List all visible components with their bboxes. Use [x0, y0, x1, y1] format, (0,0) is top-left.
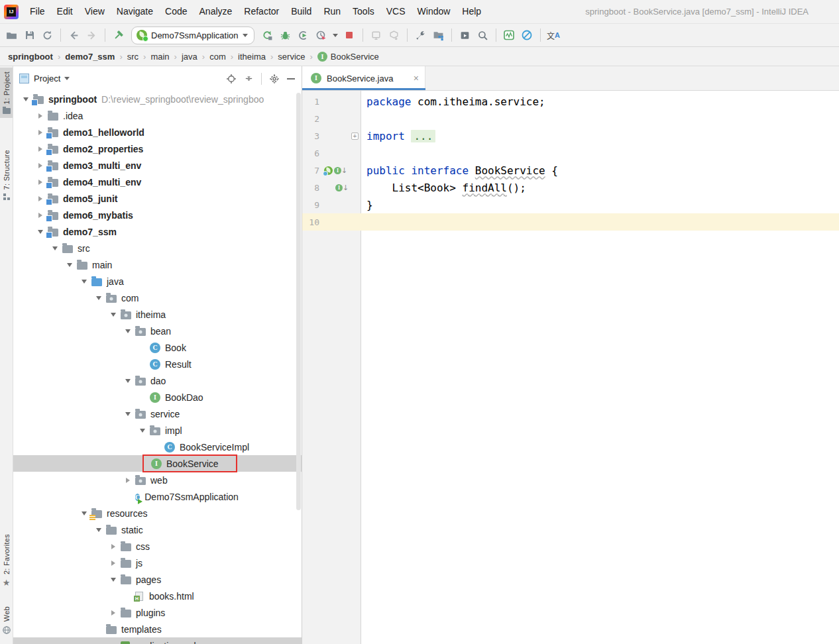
tree-item-web[interactable]: web	[13, 472, 302, 488]
stripe-button-structure[interactable]: 7: Structure	[0, 146, 13, 205]
menu-run[interactable]: Run	[317, 0, 347, 23]
tree-item-pages[interactable]: pages	[13, 571, 302, 588]
run-configuration-select[interactable]: Demo7SsmApplication	[131, 27, 254, 44]
fold-marker-icon[interactable]: +	[351, 133, 359, 140]
chevron-down-icon[interactable]	[48, 246, 62, 250]
menu-file[interactable]: File	[24, 0, 51, 23]
tree-item-com[interactable]: com	[13, 290, 302, 306]
chevron-right-icon[interactable]	[106, 544, 121, 549]
tree-item-templates[interactable]: templates	[13, 621, 302, 637]
gutter[interactable]: 2	[302, 110, 361, 127]
gutter[interactable]: 7I↓	[302, 162, 361, 179]
tree-item-resources[interactable]: resources	[13, 505, 302, 521]
menu-code[interactable]: Code	[159, 0, 193, 23]
chevron-down-icon[interactable]	[64, 77, 70, 80]
project-structure-icon[interactable]	[429, 27, 447, 44]
search-everywhere-icon[interactable]	[474, 27, 492, 44]
stripe-button-favorites[interactable]: 2: Favorites ★	[0, 530, 13, 591]
tree-item-js[interactable]: js	[13, 555, 302, 571]
gutter[interactable]: 8I↓	[302, 179, 361, 196]
tree-item-result[interactable]: CResult	[13, 356, 302, 372]
tree-item-bean[interactable]: bean	[13, 323, 302, 339]
spring-bean-icon[interactable]	[324, 166, 333, 175]
chevron-down-icon[interactable]	[91, 528, 106, 532]
menu-analyze[interactable]: Analyze	[194, 0, 239, 23]
tree-item-demo1-helloworld[interactable]: demo1_helloworld	[13, 124, 302, 140]
code-line-8[interactable]: 8I↓ List<Book> findAll();	[302, 179, 839, 196]
chevron-right-icon[interactable]	[106, 561, 121, 566]
menu-edit[interactable]: Edit	[51, 0, 79, 23]
chevron-down-icon[interactable]	[62, 263, 77, 267]
implemented-icon[interactable]: I↓	[335, 184, 349, 191]
code-line-9[interactable]: 9}	[302, 196, 839, 213]
breadcrumb-itheima[interactable]: itheima	[237, 52, 267, 62]
monitor-icon[interactable]	[500, 27, 518, 44]
tree-item-java[interactable]: java	[13, 273, 302, 290]
tree-item-bookservice[interactable]: IBookService	[13, 455, 302, 472]
code-line-2[interactable]: 2	[302, 110, 839, 127]
code-area[interactable]: 1package com.itheima.service;23+import .…	[302, 91, 839, 644]
menu-help[interactable]: Help	[456, 0, 487, 23]
gutter[interactable]: 1	[302, 93, 361, 110]
menu-refactor[interactable]: Refactor	[238, 0, 285, 23]
no-inspection-icon[interactable]	[518, 27, 536, 44]
menu-tools[interactable]: Tools	[347, 0, 380, 23]
gutter[interactable]: 6	[302, 144, 361, 162]
tree-item-plugins[interactable]: plugins	[13, 604, 302, 621]
stripe-button-project[interactable]: 1: Project	[0, 68, 13, 118]
chevron-down-icon[interactable]	[77, 280, 91, 284]
menu-window[interactable]: Window	[412, 0, 457, 23]
tree-item-demo7ssmapplication[interactable]: CDemo7SsmApplication	[13, 488, 302, 505]
tab-bookservice-java[interactable]: I BookService.java ×	[302, 66, 425, 90]
chevron-down-icon[interactable]	[91, 296, 106, 300]
collapse-all-icon[interactable]	[244, 74, 254, 83]
menu-build[interactable]: Build	[285, 0, 317, 23]
tree-item-application-yml[interactable]: application.yml	[13, 637, 302, 644]
chevron-right-icon[interactable]	[106, 610, 121, 616]
tree-item-demo3-multi-env[interactable]: demo3_multi_env	[13, 157, 302, 174]
tree-item-src[interactable]: src	[13, 240, 302, 256]
settings-gear-icon[interactable]	[269, 74, 280, 84]
breadcrumb-java[interactable]: java	[180, 52, 199, 62]
tree-item-demo2-properties[interactable]: demo2_properties	[13, 140, 302, 157]
build-hammer-icon[interactable]	[109, 27, 127, 44]
breadcrumb-springboot[interactable]: springboot	[7, 52, 54, 62]
project-panel-title[interactable]: Project	[34, 74, 60, 83]
tree-item-impl[interactable]: impl	[13, 422, 302, 439]
tree-item-main[interactable]: main	[13, 256, 302, 273]
gutter[interactable]: 9	[302, 196, 361, 213]
wrench-icon[interactable]	[412, 27, 429, 44]
chevron-down-icon[interactable]	[106, 578, 121, 582]
breadcrumb-src[interactable]: src	[126, 52, 140, 62]
gutter[interactable]: 3+	[302, 127, 361, 144]
close-icon[interactable]: ×	[414, 74, 419, 83]
stop-icon[interactable]	[341, 27, 359, 44]
chevron-right-icon[interactable]	[33, 113, 48, 119]
chevron-down-icon[interactable]	[121, 329, 135, 333]
implemented-icon[interactable]: I↓	[334, 167, 347, 174]
tree-item-idea[interactable]: .idea	[13, 107, 302, 124]
tree-item-css[interactable]: css	[13, 538, 302, 555]
breadcrumb-main[interactable]: main	[149, 52, 170, 62]
code-line-7[interactable]: 7I↓public interface BookService {	[302, 162, 839, 179]
tree-item-springboot[interactable]: springbootD:\review_springboot\review_sp…	[13, 91, 302, 107]
tree-item-demo6-mybatis[interactable]: demo6_mybatis	[13, 207, 302, 223]
breadcrumb-bookservice[interactable]: IBookService	[316, 52, 380, 62]
save-icon[interactable]	[21, 27, 38, 44]
tree-item-bookdao[interactable]: IBookDao	[13, 389, 302, 405]
chevron-right-icon[interactable]	[121, 478, 135, 483]
rerun-icon[interactable]	[258, 27, 276, 44]
tree-item-bookserviceimpl[interactable]: CBookServiceImpl	[13, 439, 302, 455]
open-icon[interactable]	[3, 27, 21, 44]
chevron-down-icon[interactable]	[135, 429, 150, 433]
profiler-dropdown-icon[interactable]	[333, 34, 338, 37]
code-line-6[interactable]: 6	[302, 144, 839, 162]
code-line-3[interactable]: 3+import ...	[302, 127, 839, 144]
code-line-10[interactable]: 10	[302, 213, 839, 231]
hide-icon[interactable]	[287, 78, 295, 80]
gutter[interactable]: 10	[302, 213, 361, 231]
tree-item-book[interactable]: CBook	[13, 339, 302, 356]
tree-item-dao[interactable]: dao	[13, 372, 302, 389]
profiler-icon[interactable]	[312, 27, 330, 44]
tree-item-books-html[interactable]: books.html	[13, 588, 302, 604]
